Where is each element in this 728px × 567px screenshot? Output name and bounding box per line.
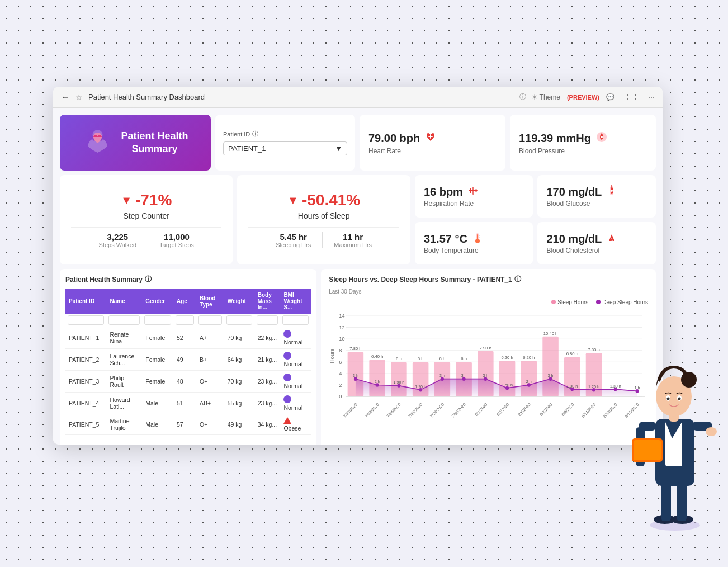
- svg-text:7.60 h: 7.60 h: [588, 347, 600, 352]
- svg-text:2 h: 2 h: [375, 379, 380, 384]
- back-button[interactable]: ←: [61, 92, 70, 102]
- svg-rect-15: [477, 234, 478, 239]
- browser-window: ← ☆ Patient Health Summary Dashboard ⓘ ✳…: [53, 87, 663, 445]
- character-svg: [627, 310, 717, 533]
- svg-text:7/28/2020: 7/28/2020: [429, 402, 445, 419]
- bottom-row: Patient Health Summary ⓘ Patient ID Name…: [60, 269, 656, 445]
- patient-id-info-icon: ⓘ: [252, 130, 258, 138]
- svg-text:6.40 h: 6.40 h: [371, 354, 383, 359]
- cell-patient-id: PATIENT_3: [65, 371, 106, 393]
- svg-text:14: 14: [339, 313, 344, 319]
- patient-id-select[interactable]: PATIENT_1 ▼: [223, 141, 347, 155]
- sleep-details: 5.45 hr Sleeping Hrs 11 hr Maximum Hrs: [248, 227, 399, 248]
- svg-text:7.80 h: 7.80 h: [349, 346, 361, 351]
- svg-text:8: 8: [339, 347, 342, 353]
- cell-blood: O+: [196, 371, 224, 393]
- svg-text:7/24/2020: 7/24/2020: [386, 402, 402, 419]
- target-steps: 11,000 Target Steps: [159, 232, 194, 248]
- table-info-icon: ⓘ: [145, 275, 152, 284]
- cell-gender: Male: [142, 393, 173, 414]
- svg-text:6 h: 6 h: [396, 356, 402, 361]
- svg-text:3 h: 3 h: [353, 373, 358, 378]
- step-percentage: ▼ -71%: [121, 191, 172, 209]
- svg-rect-7: [472, 187, 474, 195]
- filter-status[interactable]: [282, 315, 309, 325]
- sleeping-hrs: 5.45 hr Sleeping Hrs: [276, 232, 311, 248]
- col-bmi-status: BMI Weight S...: [280, 289, 311, 314]
- svg-rect-12: [611, 185, 612, 187]
- step-counter-card: ▼ -71% Step Counter 3,225 Steps Walked 1…: [60, 175, 233, 264]
- filter-weight[interactable]: [226, 315, 252, 325]
- title-info-icon: ⓘ: [519, 92, 526, 102]
- hero-card: Patient Health Summary: [60, 115, 211, 171]
- table-header-row: Patient ID Name Gender Age Blood Type We…: [65, 289, 311, 314]
- cell-status: Normal: [280, 349, 311, 371]
- svg-point-18: [611, 239, 613, 241]
- sleep-name: Hours of Sleep: [298, 211, 350, 220]
- svg-point-115: [706, 427, 717, 436]
- temperature-icon: [472, 232, 483, 245]
- table-row: PATIENT_5 Martine Trujilo Male 57 O+ 49 …: [65, 414, 311, 435]
- svg-point-4: [601, 136, 603, 138]
- cell-name: Philip Roult: [106, 371, 142, 393]
- expand-icon[interactable]: ⛶: [635, 93, 641, 101]
- more-icon[interactable]: ⋯: [648, 93, 655, 101]
- filter-age[interactable]: [176, 315, 194, 325]
- preview-badge: (PREVIEW): [567, 94, 599, 101]
- cell-age: 51: [173, 393, 196, 414]
- col-gender: Gender: [142, 289, 173, 314]
- patient-table: Patient ID Name Gender Age Blood Type We…: [65, 289, 311, 435]
- share-icon[interactable]: ⛶: [621, 93, 628, 101]
- comment-icon[interactable]: 💬: [606, 93, 614, 101]
- filter-gender[interactable]: [144, 315, 171, 325]
- filter-name[interactable]: [108, 315, 140, 325]
- svg-rect-107: [677, 483, 687, 521]
- cholesterol-value: 210 mg/dL: [546, 233, 602, 245]
- svg-point-122: [678, 398, 681, 400]
- metric-grid-right: 16 bpm Respiration Rate: [415, 175, 656, 264]
- star-icon[interactable]: ☆: [75, 93, 83, 102]
- cell-bmi: 34 kg...: [254, 414, 281, 435]
- col-name: Name: [106, 289, 142, 314]
- svg-text:7/22/2020: 7/22/2020: [364, 402, 380, 419]
- svg-text:2 h: 2 h: [526, 379, 532, 384]
- filter-bmi[interactable]: [257, 315, 278, 325]
- metric-card-blood-pressure: 119.39 mmHg Blood Pressure: [510, 115, 656, 171]
- svg-text:6 h: 6 h: [461, 356, 467, 361]
- respiration-label: Respiration Rate: [424, 200, 524, 207]
- svg-text:6 h: 6 h: [439, 356, 446, 361]
- cell-patient-id: PATIENT_1: [65, 327, 106, 349]
- cholesterol-label: Blood Cholesterol: [546, 247, 647, 254]
- cell-name: Renate Nina: [106, 327, 142, 349]
- svg-point-118: [681, 372, 697, 388]
- svg-text:10: 10: [339, 336, 344, 342]
- cell-weight: 64 kg: [224, 349, 254, 371]
- top-metrics: 79.00 bph Heart Rate 119.39 mmH: [360, 115, 656, 171]
- svg-text:6 h: 6 h: [418, 356, 424, 361]
- svg-point-121: [667, 398, 670, 400]
- svg-text:Hours: Hours: [329, 348, 335, 363]
- chart-subtitle: Last 30 Days: [329, 289, 648, 295]
- filter-patient-id[interactable]: [68, 315, 104, 325]
- svg-text:4: 4: [339, 370, 342, 376]
- chart-svg-container: 14 12 10 8 6 4 2 0 Hours: [329, 309, 648, 445]
- svg-text:1.90 h: 1.90 h: [394, 380, 405, 385]
- heart-rate-label: Heart Rate: [368, 147, 497, 155]
- cell-weight: 70 kg: [224, 327, 254, 349]
- cell-patient-id: PATIENT_5: [65, 414, 106, 435]
- cell-gender: Female: [142, 349, 173, 371]
- cell-blood: AB+: [196, 393, 224, 414]
- heart-rate-value: 79.00 bph: [368, 132, 420, 145]
- svg-text:6.20 h: 6.20 h: [523, 355, 535, 360]
- svg-rect-2: [428, 136, 433, 137]
- svg-text:10.40 h: 10.40 h: [543, 330, 557, 336]
- cell-blood: B+: [196, 349, 224, 371]
- svg-rect-106: [661, 483, 671, 521]
- cell-bmi: 21 kg...: [254, 349, 281, 371]
- chart-legend: Sleep Hours Deep Sleep Hours: [329, 299, 648, 305]
- table-title: Patient Health Summary ⓘ: [65, 275, 311, 284]
- svg-text:1.50 h: 1.50 h: [502, 382, 513, 387]
- cell-status: Normal: [280, 327, 311, 349]
- svg-text:8/3/2020: 8/3/2020: [495, 402, 510, 417]
- filter-blood[interactable]: [198, 315, 222, 325]
